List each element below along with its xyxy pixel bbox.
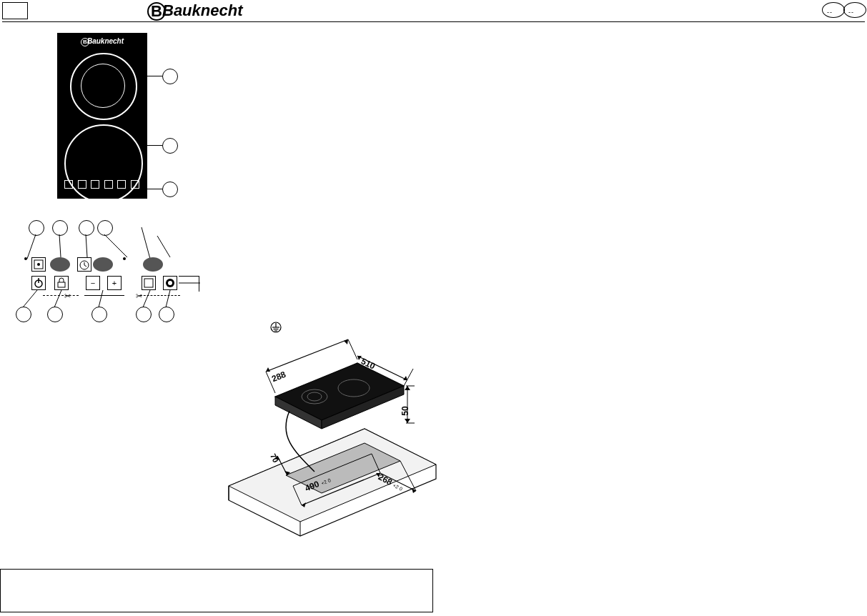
- svg-point-13: [37, 263, 40, 266]
- cp-bit-3: [91, 180, 99, 189]
- cp-bit-5: [117, 180, 126, 189]
- cp-display-2: [93, 257, 113, 272]
- oval-1: --: [822, 2, 845, 18]
- svg-marker-59: [405, 386, 410, 390]
- svg-marker-63: [412, 488, 416, 493]
- svg-line-1: [59, 234, 61, 257]
- language-box: [2, 2, 28, 19]
- hob-top-view: BBauknecht: [57, 33, 147, 199]
- cp-divider-3: [140, 295, 180, 296]
- power-icon: [31, 276, 46, 290]
- boost-icon: [163, 276, 177, 290]
- svg-marker-60: [405, 419, 410, 423]
- cp-callout-b3: [91, 307, 107, 322]
- brand-logo: BBauknecht: [147, 1, 242, 21]
- svg-line-41: [266, 339, 348, 372]
- callout-circle-zone-small: [162, 69, 178, 84]
- svg-point-22: [168, 281, 172, 285]
- svg-line-6: [23, 290, 37, 307]
- svg-line-9: [143, 290, 150, 307]
- header-rule: [2, 21, 865, 22]
- cp-bit-6: [131, 180, 139, 189]
- zone-select-icon: [31, 257, 46, 272]
- svg-line-0: [27, 234, 36, 259]
- svg-marker-56: [344, 339, 348, 344]
- dim-hob-height: 50: [400, 406, 410, 415]
- svg-line-10: [166, 290, 170, 307]
- control-panel-zoom: ✂ − + ✂: [14, 214, 214, 329]
- cp-bit-4: [104, 180, 113, 189]
- svg-line-19: [84, 265, 86, 267]
- cp-callout-b4: [136, 307, 152, 322]
- cp-display-1: [50, 257, 70, 272]
- installation-dimension-drawing: 288 510 50 70 490 +2 0 268 +2 0: [222, 329, 443, 550]
- cp-divider-1: [43, 295, 79, 296]
- lead-line-1: [147, 76, 162, 76]
- svg-line-7: [54, 290, 61, 307]
- oval-2: --: [843, 2, 866, 18]
- svg-marker-55: [266, 367, 270, 372]
- timer-icon: [77, 257, 91, 272]
- zone-button: [142, 276, 156, 290]
- cp-bit-1: [64, 180, 73, 189]
- lock-icon: [54, 276, 69, 290]
- cp-indicator-dot-2: [123, 257, 126, 260]
- plus-button: +: [107, 276, 122, 290]
- cp-lead-right: [179, 276, 199, 277]
- svg-line-4: [142, 227, 150, 259]
- cp-indicator-dot-1: [24, 257, 27, 260]
- cp-divider-2: [84, 295, 124, 296]
- cp-callout-b5: [159, 307, 174, 322]
- cp-callout-b1: [16, 307, 31, 322]
- oval-2-dash: --: [848, 9, 854, 16]
- scissors-icon-1: ✂: [64, 292, 71, 301]
- cp-lead-right-v: [199, 276, 199, 292]
- svg-rect-16: [58, 282, 65, 287]
- lead-line-3: [147, 189, 162, 189]
- hob-control-strip: [63, 180, 142, 194]
- hob-brand-mark: BBauknecht: [81, 37, 124, 46]
- cp-display-3: [143, 257, 163, 272]
- cp-callout-b2: [47, 307, 63, 322]
- callout-circle-zone-large: [162, 138, 178, 154]
- cp-bit-2: [78, 180, 86, 189]
- svg-line-5: [157, 236, 170, 257]
- brand-text: Bauknecht: [162, 1, 242, 19]
- svg-line-2: [86, 234, 87, 257]
- page: BBauknecht ---- BBauknecht: [0, 0, 867, 616]
- scissors-icon-2: ✂: [136, 292, 142, 301]
- svg-line-3: [104, 234, 127, 257]
- minus-button: −: [86, 276, 100, 290]
- cooking-zone-small-inner: [81, 64, 125, 108]
- svg-line-40: [348, 339, 357, 359]
- oval-1-dash: --: [827, 9, 833, 16]
- svg-rect-20: [144, 279, 153, 287]
- note-box: [0, 569, 433, 612]
- header-right-ovals: ----: [823, 2, 866, 18]
- callout-circle-control-panel: [162, 182, 178, 197]
- lead-line-2: [147, 145, 162, 146]
- svg-line-8: [99, 290, 103, 307]
